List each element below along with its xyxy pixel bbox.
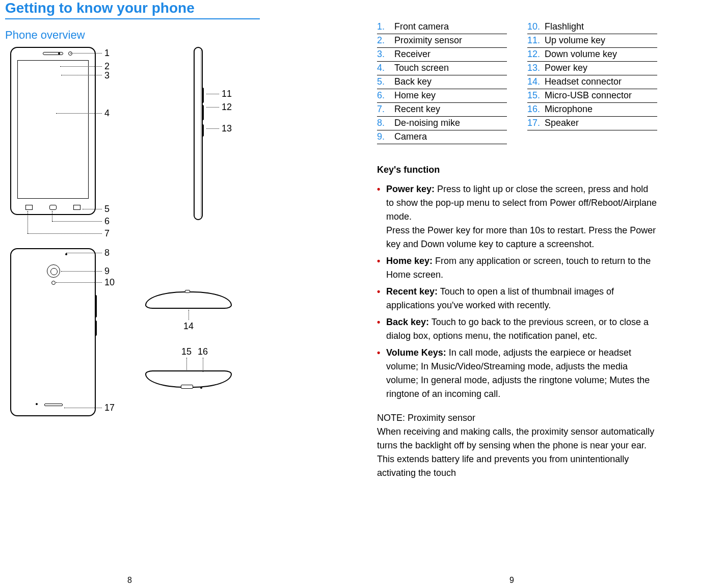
leader-line [70,53,102,54]
leader-line [64,408,102,408]
part-number: 12. [527,49,545,60]
leader-line [206,94,219,94]
part-label: Touch screen [394,63,507,73]
part-number: 17. [527,118,545,128]
part-number: 13. [527,63,545,73]
part-number: 9. [377,131,394,142]
part-label: Down volume key [545,49,657,60]
volume-button-icon [95,295,97,317]
note-body: When receiving and making calls, the pro… [377,425,657,480]
part-label: De-noising mike [394,118,507,128]
callout-14: 14 [183,321,194,332]
leader-line [52,211,52,221]
part-label: Receiver [394,49,507,60]
power-key-icon [202,124,204,137]
callout-3: 3 [104,70,110,81]
phone-front-illustration [10,47,96,215]
key-function-list: Power key: Press to light up or close th… [377,182,657,401]
touch-screen-icon [17,60,89,199]
part-row: 4.Touch screen [377,62,507,75]
callout-1: 1 [104,48,110,59]
key-name: Back key: [386,317,429,327]
part-label: Micro-USB connector [545,90,657,101]
part-label: Proximity sensor [394,35,507,46]
part-number: 2. [377,35,394,46]
leader-line [28,233,102,234]
speaker-slot-icon [44,404,63,406]
leader-line [206,107,219,108]
part-label: Front camera [394,21,507,32]
part-number: 4. [377,63,394,73]
key-function-item: Back key: Touch to go back to the previo… [377,315,657,343]
part-row: 6.Home key [377,89,507,103]
headset-jack-icon [185,290,190,293]
page-number-left: 8 [127,576,132,585]
part-label: Microphone [545,104,657,115]
part-row: 15.Micro-USB connector [527,89,657,103]
phone-side-illustration [194,47,214,220]
vol-down-icon [202,105,204,120]
callout-5: 5 [104,204,110,215]
part-label: Recent key [394,104,507,115]
part-row: 14.Headset connector [527,75,657,89]
part-label: Home key [394,90,507,101]
part-number: 11. [527,35,545,46]
leader-line [83,209,102,209]
part-row: 5.Back key [377,75,507,89]
part-number: 10. [527,21,545,32]
receiver-icon [43,52,63,55]
key-function-item: Volume Keys: In call mode, adjusts the e… [377,346,657,401]
main-title: Getting to know your phone [5,0,260,19]
callout-8: 8 [104,248,110,258]
callout-15: 15 [181,346,192,357]
part-number: 5. [377,76,394,87]
power-button-icon [95,320,97,336]
microphone-icon [200,387,202,389]
part-label: Flashlight [545,21,657,32]
vol-up-icon [202,88,204,103]
callout-10: 10 [104,277,115,288]
denoising-mike-icon [65,253,67,255]
leader-line [56,282,102,283]
leader-line [61,75,102,75]
part-row: 7.Recent key [377,103,507,117]
callout-9: 9 [104,266,110,277]
key-name: Volume Keys: [386,348,446,358]
part-number: 7. [377,104,394,115]
front-camera-icon [68,51,72,56]
sub-title: Phone overview [5,29,260,42]
part-number: 3. [377,49,394,60]
part-label: Power key [545,63,657,73]
part-row: 9.Camera [377,130,507,144]
key-name: Home key: [386,256,433,266]
rear-camera-icon [47,264,60,278]
right-page: 1.Front camera2.Proximity sensor3.Receiv… [377,20,657,480]
key-name: Power key: [386,184,435,194]
part-row: 2.Proximity sensor [377,34,507,48]
part-row: 12.Down volume key [527,48,657,62]
part-row: 13.Power key [527,62,657,75]
leader-line [186,358,187,370]
part-row: 8.De-noising mike [377,117,507,130]
proximity-sensor-icon [58,52,60,55]
key-name: Recent key: [386,286,438,297]
part-label: Headset connector [545,76,657,87]
flashlight-icon [51,281,56,285]
part-row: 1.Front camera [377,20,507,34]
leader-line [61,271,102,272]
phone-diagram: 1 2 3 4 5 6 7 8 9 10 17 [5,47,260,531]
leader-line [28,211,28,233]
callout-13: 13 [222,123,232,134]
callout-12: 12 [222,102,232,113]
callout-17: 17 [104,403,115,413]
part-number: 15. [527,90,545,101]
leader-line [189,310,189,320]
part-label: Up volume key [545,35,657,46]
key-function-item: Home key: From any application or screen… [377,254,657,282]
recent-key-icon [25,205,33,210]
page-number-right: 9 [509,576,514,585]
part-row: 16.Microphone [527,103,657,117]
part-number: 1. [377,21,394,32]
top-edge-icon [145,291,232,309]
leader-line [52,221,102,222]
